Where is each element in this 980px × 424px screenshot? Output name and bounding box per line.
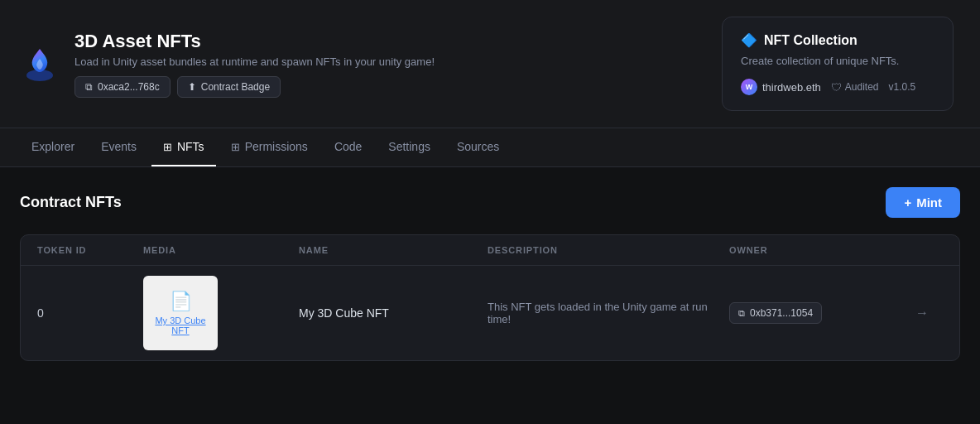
header-left: 3D Asset NFTs Load in Unity asset bundle…	[20, 31, 435, 98]
card-title-row: 🔷 NFT Collection	[741, 32, 934, 48]
tab-nfts-label: NFTs	[177, 140, 204, 153]
mint-button[interactable]: + Mint	[886, 187, 960, 218]
audited-badge: 🛡 Audited	[831, 81, 879, 94]
contract-address-text: 0xaca2...768c	[98, 81, 160, 93]
tab-nfts[interactable]: ⊞ NFTs	[151, 128, 216, 166]
token-id-cell: 0	[37, 306, 137, 320]
contract-badge-button[interactable]: ⬆ Contract Badge	[177, 76, 281, 98]
section-header: Contract NFTs + Mint	[20, 187, 960, 218]
app-subtitle: Load in Unity asset bundles at runtime a…	[74, 55, 435, 68]
table-header: TOKEN ID MEDIA NAME DESCRIPTION OWNER	[21, 235, 959, 266]
nft-description-cell: This NFT gets loaded in the Unity game a…	[488, 301, 723, 325]
col-action	[901, 245, 943, 255]
media-cell: 📄 My 3D CubeNFT	[143, 276, 292, 350]
tab-permissions-label: Permissions	[245, 140, 308, 153]
tab-settings-label: Settings	[388, 140, 430, 153]
mint-button-label: Mint	[916, 195, 942, 210]
col-name: NAME	[299, 245, 481, 255]
tab-explorer[interactable]: Explorer	[20, 128, 86, 166]
col-token-id: TOKEN ID	[37, 245, 137, 255]
header: 3D Asset NFTs Load in Unity asset bundle…	[0, 0, 980, 128]
col-media: MEDIA	[143, 245, 292, 255]
section-title: Contract NFTs	[20, 194, 122, 211]
col-owner: OWNER	[729, 245, 895, 255]
owner-badge[interactable]: ⧉ 0xb371...1054	[729, 302, 822, 324]
app-title: 3D Asset NFTs	[74, 31, 435, 52]
audited-label: Audited	[845, 81, 879, 93]
owner-address: 0xb371...1054	[750, 307, 813, 319]
nft-name-cell: My 3D Cube NFT	[299, 306, 481, 320]
owner-copy-icon: ⧉	[738, 308, 745, 319]
tab-explorer-label: Explorer	[31, 140, 74, 153]
contract-address-button[interactable]: ⧉ 0xaca2...768c	[74, 76, 171, 98]
version-tag: v1.0.5	[889, 81, 916, 93]
row-arrow-button[interactable]: →	[901, 306, 943, 320]
tab-permissions[interactable]: ⊞ Permissions	[219, 128, 319, 166]
copy-icon: ⧉	[85, 81, 93, 93]
author-avatar: W	[741, 79, 757, 95]
app-logo	[20, 44, 60, 84]
table-row: 0 📄 My 3D CubeNFT My 3D Cube NFT This NF…	[21, 266, 959, 360]
card-subtitle: Create collection of unique NFTs.	[741, 55, 934, 67]
nft-description: This NFT gets loaded in the Unity game a…	[488, 301, 708, 325]
tab-events[interactable]: Events	[89, 128, 148, 166]
card-title: NFT Collection	[764, 33, 858, 48]
owner-cell: ⧉ 0xb371...1054	[729, 302, 895, 324]
main-content: Contract NFTs + Mint TOKEN ID MEDIA NAME…	[0, 167, 980, 381]
shield-icon: 🛡	[831, 81, 842, 94]
card-footer: W thirdweb.eth 🛡 Audited v1.0.5	[741, 79, 934, 95]
grid-icon: ⊞	[163, 141, 172, 153]
arrow-right-icon: →	[915, 306, 929, 320]
card-author: W thirdweb.eth	[741, 79, 821, 95]
plus-icon: +	[904, 195, 911, 210]
nav-tabs: Explorer Events ⊞ NFTs ⊞ Permissions Cod…	[0, 128, 980, 167]
flame-icon: 🔷	[741, 32, 757, 48]
file-icon: 📄	[170, 291, 192, 312]
tab-code[interactable]: Code	[323, 128, 373, 166]
tab-events-label: Events	[101, 140, 137, 153]
tab-sources[interactable]: Sources	[445, 128, 511, 166]
token-id-value: 0	[37, 306, 44, 320]
permissions-grid-icon: ⊞	[231, 141, 240, 153]
col-description: DESCRIPTION	[488, 245, 723, 255]
nft-table: TOKEN ID MEDIA NAME DESCRIPTION OWNER 0 …	[20, 234, 960, 361]
upload-icon: ⬆	[188, 81, 196, 93]
contract-badge-label: Contract Badge	[201, 81, 270, 93]
nft-collection-card: 🔷 NFT Collection Create collection of un…	[722, 17, 954, 111]
tab-code-label: Code	[334, 140, 362, 153]
tab-sources-label: Sources	[457, 140, 499, 153]
nft-name: My 3D Cube NFT	[299, 306, 389, 320]
header-info: 3D Asset NFTs Load in Unity asset bundle…	[74, 31, 435, 98]
author-name: thirdweb.eth	[762, 81, 821, 94]
media-thumbnail[interactable]: 📄 My 3D CubeNFT	[143, 276, 218, 350]
media-label[interactable]: My 3D CubeNFT	[155, 316, 205, 335]
tab-settings[interactable]: Settings	[377, 128, 442, 166]
header-badges: ⧉ 0xaca2...768c ⬆ Contract Badge	[74, 76, 435, 98]
